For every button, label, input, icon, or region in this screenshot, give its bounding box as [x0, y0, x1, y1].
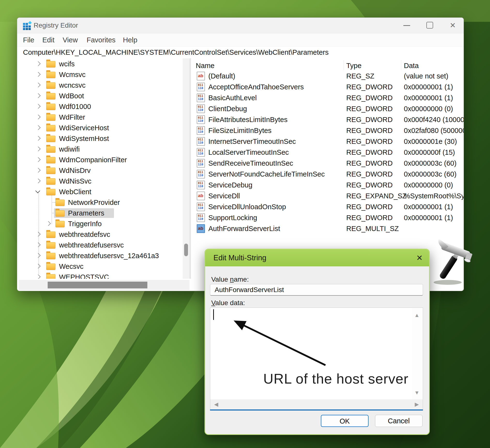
tree-item-label: webthreatdefusersvc_12a461a3 [59, 251, 159, 260]
tree-item-parameters-selected[interactable]: Parameters [17, 208, 187, 218]
reg-sz-icon: ab [197, 72, 205, 81]
tree-item-wdf01000[interactable]: Wdf01000 [17, 102, 187, 111]
tree-vertical-scrollbar[interactable] [183, 58, 190, 279]
chevron-right-icon[interactable] [36, 125, 41, 130]
value-row-acceptofficeandtahoeservers[interactable]: 011110 AcceptOfficeAndTahoeServers REG_D… [191, 82, 464, 92]
tree-item-wdfilter[interactable]: WdFilter [17, 112, 187, 122]
value-row-internetservertimeoutinsec[interactable]: 011110 InternetServerTimeoutInSec REG_DW… [191, 136, 464, 146]
chevron-right-icon[interactable] [36, 232, 41, 237]
chevron-right-icon[interactable] [36, 83, 41, 87]
reg-dword-icon: 011110 [197, 115, 205, 124]
chevron-down-icon[interactable] [35, 188, 40, 193]
folder-icon [46, 146, 55, 153]
value-row-basicauthlevel[interactable]: 011110 BasicAuthLevel REG_DWORD 0x000000… [191, 93, 464, 103]
tree-item-networkprovider[interactable]: NetworkProvider [17, 197, 187, 207]
tree-item-wdnissvc[interactable]: WdNisSvc [17, 176, 187, 186]
folder-icon [46, 274, 55, 279]
value-row-localservertimeoutinsec[interactable]: 011110 LocalServerTimeoutInSec REG_DWORD… [191, 147, 464, 157]
chevron-right-icon[interactable] [36, 146, 41, 151]
column-separator[interactable] [401, 60, 401, 70]
value-row-authforwardserverlist-selected[interactable]: ab AuthForwardServerList REG_MULTI_SZ [191, 224, 464, 234]
tree-item-webthreatdefusersvc[interactable]: webthreatdefusersvc [17, 240, 187, 250]
close-button[interactable]: ✕ [442, 18, 464, 33]
chevron-right-icon[interactable] [36, 157, 41, 162]
window-title: Registry Editor [34, 18, 78, 33]
value-row-servernotfoundcachelifetimeinsec[interactable]: 011110 ServerNotFoundCacheLifeTimeInSec … [191, 169, 464, 179]
chevron-right-icon[interactable] [36, 61, 41, 66]
scroll-left-icon[interactable]: ◀ [214, 401, 218, 408]
title-bar[interactable]: Registry Editor ✕ [17, 18, 464, 33]
tree-horizontal-scrollbar[interactable] [19, 280, 190, 290]
maximize-button[interactable] [419, 18, 441, 33]
tree-item-wdisystemhost[interactable]: WdiSystemHost [17, 134, 187, 143]
folder-icon [46, 232, 55, 238]
address-bar[interactable]: Computer\HKEY_LOCAL_MACHINE\SYSTEM\Curre… [17, 46, 464, 59]
tree-item-webclient[interactable]: WebClient [17, 187, 187, 197]
value-row-sendreceivetimeoutinsec[interactable]: 011110 SendReceiveTimeoutInSec REG_DWORD… [191, 158, 464, 168]
tree-item-wdboot[interactable]: WdBoot [17, 91, 187, 101]
scrollbar-thumb[interactable] [48, 282, 147, 288]
column-header-type[interactable]: Type [346, 61, 361, 71]
menu-file[interactable]: File [23, 33, 34, 46]
minimize-button[interactable] [396, 18, 418, 33]
menu-view[interactable]: View [63, 33, 78, 46]
tree-item-webthreatdefsvc[interactable]: webthreatdefsvc [17, 230, 187, 239]
tree-item-wdiservicehost[interactable]: WdiServiceHost [17, 123, 187, 133]
scroll-down-icon[interactable]: ▼ [414, 390, 420, 396]
value-row-servicedebug[interactable]: 011110 ServiceDebug REG_DWORD 0x00000000… [191, 180, 464, 190]
menu-help[interactable]: Help [123, 33, 137, 46]
tree-item-wcncsvc[interactable]: wcncsvc [17, 81, 187, 90]
value-row-fileattributeslimitinbytes[interactable]: 011110 FileAttributesLimitInBytes REG_DW… [191, 115, 464, 125]
reg-multi-sz-icon-selected: ab [197, 224, 205, 233]
chevron-right-icon[interactable] [36, 136, 41, 141]
tree-item-label: webthreatdefsvc [59, 230, 110, 239]
chevron-right-icon[interactable] [36, 253, 41, 258]
value-row-servicedll[interactable]: ab ServiceDll REG_EXPAND_SZ %SystemRoot%… [191, 191, 464, 201]
tree-item-wdiwifi[interactable]: wdiwifi [17, 144, 187, 154]
folder-icon [46, 125, 55, 132]
chevron-right-icon[interactable] [36, 72, 41, 77]
chevron-right-icon[interactable] [36, 93, 41, 98]
tree-item-wdmcompanionfilter[interactable]: WdmCompanionFilter [17, 155, 187, 165]
dialog-title-bar[interactable]: Edit Multi-String ✕ [205, 250, 429, 266]
chevron-right-icon[interactable] [36, 104, 41, 109]
value-data-textarea[interactable]: ▲ ▼ ◀ ▶ [210, 308, 423, 410]
value-row-clientdebug[interactable]: 011110 ClientDebug REG_DWORD 0x00000000 … [191, 104, 464, 114]
value-row-default[interactable]: ab (Default) REG_SZ (value not set) [191, 71, 464, 81]
folder-icon [46, 104, 55, 110]
menu-favorites[interactable]: Favorites [87, 33, 115, 46]
menu-edit[interactable]: Edit [42, 33, 54, 46]
value-name-label: Value name: [211, 276, 249, 283]
tree-item-wcmsvc[interactable]: Wcmsvc [17, 70, 187, 80]
scroll-up-icon[interactable]: ▲ [414, 312, 420, 318]
tree-item-wdnisdrv[interactable]: WdNisDrv [17, 166, 187, 175]
tree-item-wecsvc[interactable]: Wecsvc [17, 261, 187, 271]
column-header-data[interactable]: Data [404, 61, 419, 71]
chevron-right-icon[interactable] [36, 274, 41, 279]
tree-item-triggerinfo[interactable]: TriggerInfo [17, 219, 187, 229]
value-name-field[interactable]: AuthForwardServerList [210, 284, 423, 296]
chevron-right-icon[interactable] [36, 264, 41, 269]
cancel-button[interactable]: Cancel [375, 415, 422, 427]
value-row-supportlocking[interactable]: 011110 SupportLocking REG_DWORD 0x000000… [191, 213, 464, 223]
chevron-right-icon[interactable] [36, 115, 41, 119]
dialog-close-icon[interactable]: ✕ [416, 250, 423, 266]
value-row-filesizelimitinbytes[interactable]: 011110 FileSizeLimitInBytes REG_DWORD 0x… [191, 125, 464, 136]
horizontal-scrollbar[interactable]: ◀ ▶ [210, 399, 423, 410]
tree-item-wcifs[interactable]: wcifs [17, 59, 187, 69]
column-separator[interactable] [344, 60, 344, 70]
value-row-servicedllunloadonstop[interactable]: 011110 ServiceDllUnloadOnStop REG_DWORD … [191, 202, 464, 212]
scroll-right-icon[interactable]: ▶ [415, 401, 419, 408]
chevron-right-icon[interactable] [36, 168, 41, 173]
reg-dword-icon: 011110 [197, 83, 205, 91]
tree-item-webthreatdefusersvc-12a461a3[interactable]: webthreatdefusersvc_12a461a3 [17, 251, 187, 260]
chevron-right-icon[interactable] [36, 179, 41, 183]
tree-item-label: Wecsvc [59, 261, 83, 271]
chevron-right-icon[interactable] [46, 221, 51, 226]
column-header-name[interactable]: Name [196, 61, 214, 71]
tree-item-wephostsvc[interactable]: WEPHOSTSVC [17, 272, 187, 279]
scrollbar-thumb[interactable] [184, 244, 188, 256]
reg-dword-icon: 011110 [197, 148, 205, 157]
ok-button[interactable]: OK [321, 415, 368, 427]
chevron-right-icon[interactable] [36, 242, 41, 247]
